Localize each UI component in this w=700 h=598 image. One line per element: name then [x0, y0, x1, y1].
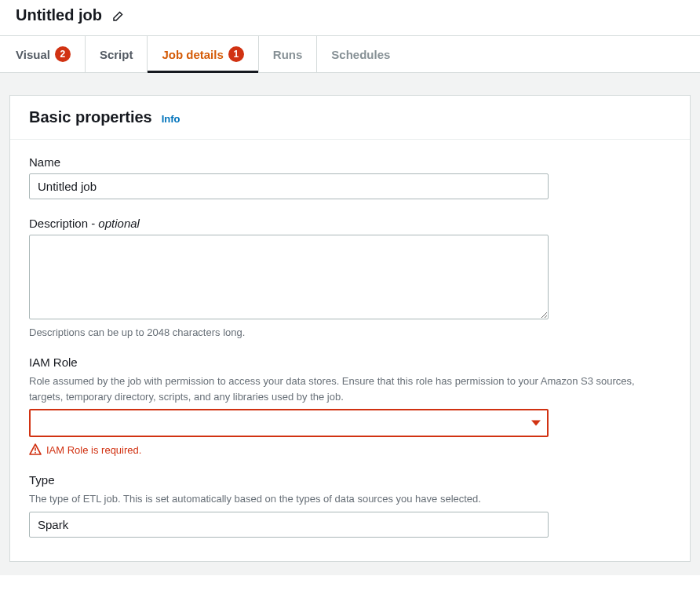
tab-badge: 1	[228, 46, 244, 62]
panel-title: Basic properties	[29, 108, 152, 126]
iam-role-error: IAM Role is required.	[29, 443, 671, 456]
edit-icon[interactable]	[111, 9, 126, 23]
tab-label: Schedules	[331, 48, 390, 61]
name-input[interactable]	[29, 173, 549, 199]
tab-schedules: Schedules	[316, 36, 404, 72]
tab-label: Job details	[162, 48, 223, 61]
description-textarea[interactable]	[29, 235, 549, 319]
description-label: Description - optional	[29, 217, 671, 230]
field-name: Name	[29, 155, 671, 199]
type-description: The type of ETL job. This is set automat…	[29, 491, 671, 507]
description-helper: Descriptions can be up to 2048 character…	[29, 326, 671, 338]
panel-header: Basic properties Info	[10, 96, 690, 140]
error-text: IAM Role is required.	[46, 444, 141, 456]
tab-label: Runs	[273, 48, 303, 61]
tabs-bar: Visual 2 Script Job details 1 Runs Sched…	[0, 35, 700, 73]
page-title: Untitled job	[16, 6, 102, 24]
tab-badge: 2	[55, 46, 71, 62]
field-type: Type The type of ETL job. This is set au…	[29, 473, 671, 538]
basic-properties-panel: Basic properties Info Name Description -…	[9, 95, 691, 562]
tab-label: Script	[100, 48, 133, 61]
tab-script[interactable]: Script	[85, 36, 148, 72]
info-link[interactable]: Info	[162, 113, 180, 125]
svg-point-2	[35, 452, 36, 454]
iam-role-label: IAM Role	[29, 356, 671, 369]
name-label: Name	[29, 155, 671, 169]
type-value: Spark	[29, 512, 549, 538]
tab-visual[interactable]: Visual 2	[16, 36, 85, 72]
tab-job-details[interactable]: Job details 1	[147, 36, 257, 72]
tab-runs: Runs	[258, 36, 317, 72]
tab-label: Visual	[16, 48, 50, 61]
field-description: Description - optional Descriptions can …	[29, 217, 671, 338]
type-label: Type	[29, 473, 671, 487]
content-area: Basic properties Info Name Description -…	[0, 73, 700, 575]
iam-role-description: Role assumed by the job with permission …	[29, 374, 671, 404]
iam-role-select[interactable]	[29, 409, 549, 437]
field-iam-role: IAM Role Role assumed by the job with pe…	[29, 356, 671, 456]
warning-icon	[29, 443, 42, 456]
